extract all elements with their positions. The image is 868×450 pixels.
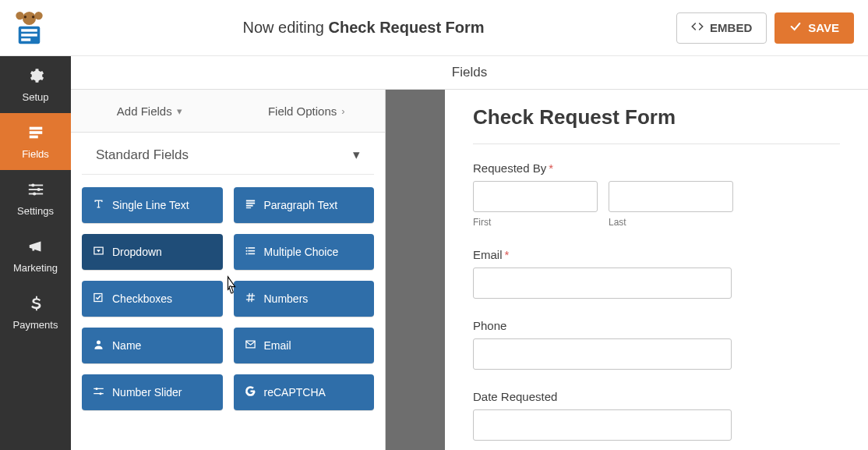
- field-type-label: Single Line Text: [112, 199, 189, 211]
- required-asterisk: *: [505, 248, 510, 261]
- svg-rect-8: [21, 38, 30, 41]
- svg-point-30: [97, 341, 101, 345]
- svg-point-27: [245, 250, 247, 252]
- field-type-label: Paragraph Text: [264, 199, 338, 211]
- panel-title: Fields: [71, 56, 868, 90]
- paragraph-icon: [245, 198, 256, 212]
- field-type-recaptcha[interactable]: reCAPTCHA: [234, 374, 375, 410]
- field-type-single-line-text[interactable]: Single Line Text: [82, 187, 223, 223]
- svg-point-1: [24, 16, 26, 18]
- section-label: Standard Fields: [96, 147, 189, 163]
- svg-rect-13: [28, 189, 42, 190]
- field-type-dropdown[interactable]: Dropdown: [82, 234, 223, 270]
- sidenav: Setup Fields Settings Marketing Payments: [0, 56, 71, 450]
- date-requested-input[interactable]: [473, 409, 732, 441]
- sidenav-item-fields[interactable]: Fields: [0, 113, 71, 170]
- first-name-input[interactable]: [473, 181, 598, 212]
- section-standard-fields[interactable]: Standard Fields ▾: [82, 133, 374, 175]
- svg-point-2: [32, 16, 34, 18]
- phone-input[interactable]: [473, 338, 732, 370]
- svg-point-26: [245, 247, 247, 249]
- svg-rect-19: [245, 203, 254, 204]
- svg-rect-23: [248, 247, 255, 249]
- svg-rect-25: [248, 253, 255, 255]
- google-icon: [245, 385, 256, 399]
- field-type-paragraph-text[interactable]: Paragraph Text: [234, 187, 375, 223]
- gear-icon: [27, 67, 44, 87]
- sidenav-label: Marketing: [13, 262, 58, 274]
- sidenav-item-marketing[interactable]: Marketing: [0, 227, 71, 284]
- chevron-right-icon: ›: [341, 105, 344, 117]
- editing-title: Now editing Check Request Form: [51, 19, 676, 37]
- svg-rect-33: [94, 393, 104, 394]
- field-type-checkboxes[interactable]: Checkboxes: [82, 281, 223, 317]
- email-input[interactable]: [473, 268, 732, 299]
- field-type-label: Email: [264, 339, 291, 352]
- sidenav-label: Payments: [13, 319, 58, 331]
- tab-label: Add Fields: [117, 105, 172, 118]
- slider-icon: [93, 385, 104, 399]
- save-label: SAVE: [808, 21, 839, 34]
- svg-rect-18: [245, 200, 254, 202]
- tab-label: Field Options: [268, 105, 337, 118]
- last-name-input[interactable]: [609, 181, 733, 212]
- sidenav-item-payments[interactable]: Payments: [0, 284, 71, 341]
- sidenav-item-settings[interactable]: Settings: [0, 170, 71, 227]
- field-type-label: Multiple Choice: [264, 246, 339, 258]
- field-type-label: Number Slider: [112, 386, 182, 399]
- wpforms-logo[interactable]: [8, 6, 51, 49]
- form-preview: Check Request Form Requested By* First: [445, 90, 868, 450]
- svg-rect-20: [245, 205, 252, 207]
- svg-point-34: [96, 388, 98, 390]
- svg-rect-12: [28, 184, 42, 186]
- svg-point-17: [33, 192, 36, 195]
- preview-gutter: [386, 90, 445, 450]
- form-icon: [27, 124, 44, 144]
- sidenav-label: Fields: [22, 148, 49, 160]
- code-icon: [691, 20, 704, 35]
- label-date-requested: Date Requested: [473, 390, 840, 403]
- sublabel-first: First: [473, 217, 598, 228]
- hash-icon: [245, 292, 256, 306]
- svg-rect-24: [248, 250, 255, 252]
- field-type-label: reCAPTCHA: [264, 386, 326, 399]
- label-email: Email*: [473, 248, 840, 261]
- svg-rect-10: [29, 131, 42, 134]
- bullhorn-icon: [27, 238, 44, 257]
- field-type-label: Dropdown: [112, 246, 162, 258]
- svg-rect-11: [29, 135, 37, 138]
- field-type-label: Numbers: [264, 292, 309, 305]
- tab-add-fields[interactable]: Add Fields ▾: [71, 90, 228, 132]
- embed-button[interactable]: EMBED: [676, 12, 767, 44]
- envelope-icon: [245, 338, 256, 353]
- embed-label: EMBED: [710, 21, 752, 34]
- field-type-name[interactable]: Name: [82, 328, 223, 363]
- field-type-multiple-choice[interactable]: Multiple Choice: [234, 234, 375, 270]
- svg-rect-21: [245, 207, 250, 208]
- chevron-down-icon: ▾: [353, 147, 360, 163]
- svg-point-28: [245, 253, 247, 254]
- sublabel-last: Last: [609, 217, 733, 228]
- sidenav-label: Settings: [17, 205, 54, 217]
- field-type-numbers[interactable]: Numbers: [234, 281, 375, 317]
- form-name: Check Request Form: [329, 19, 485, 36]
- sidenav-item-setup[interactable]: Setup: [0, 56, 71, 113]
- preview-title: Check Request Form: [473, 105, 840, 129]
- svg-rect-9: [29, 126, 42, 129]
- chevron-down-icon: ▾: [177, 105, 182, 117]
- divider: [473, 144, 840, 144]
- field-type-number-slider[interactable]: Number Slider: [82, 374, 223, 410]
- field-type-email[interactable]: Email: [234, 328, 375, 363]
- sliders-icon: [27, 181, 44, 200]
- person-icon: [93, 338, 104, 353]
- label-phone: Phone: [473, 319, 840, 332]
- save-button[interactable]: SAVE: [774, 12, 854, 44]
- check-icon: [93, 292, 104, 306]
- field-type-label: Name: [112, 339, 141, 352]
- tab-field-options[interactable]: Field Options ›: [228, 90, 386, 132]
- label-requested-by: Requested By*: [473, 161, 840, 175]
- required-asterisk: *: [549, 161, 553, 175]
- sidenav-label: Setup: [23, 91, 49, 103]
- check-icon: [789, 20, 802, 35]
- dropdown-icon: [93, 245, 104, 259]
